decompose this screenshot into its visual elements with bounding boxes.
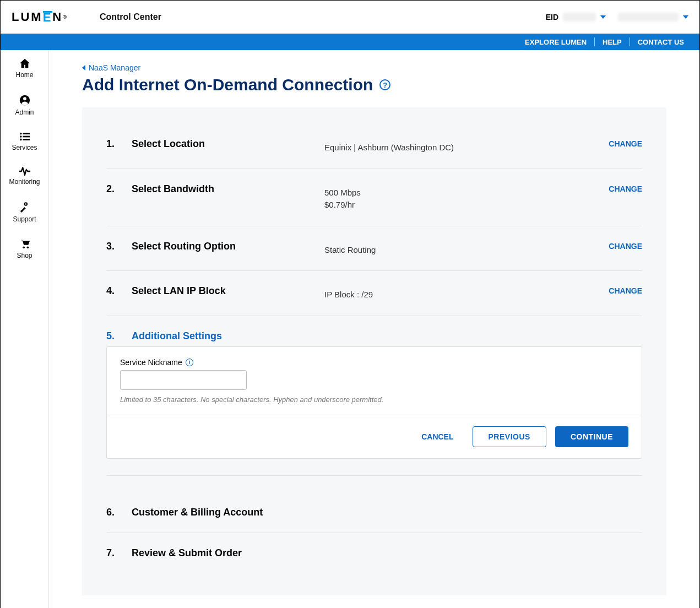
step-value: Equinix | Ashburn (Washington DC) [324,138,609,154]
support-icon [19,201,31,213]
sidebar-item-monitoring[interactable]: Monitoring [1,167,48,186]
utility-nav: EXPLORE LUMEN HELP CONTACT US [1,34,699,50]
step-5-row: 5. Additional Settings [106,316,642,349]
svg-rect-5 [23,136,30,138]
action-bar: CANCEL PREVIOUS CONTINUE [107,415,642,458]
svg-point-11 [26,247,29,249]
chevron-down-icon[interactable] [600,15,606,19]
sidebar-item-label: Monitoring [9,178,40,186]
step-value: IP Block : /29 [324,285,609,301]
service-nickname-input[interactable] [120,370,247,390]
sidebar-item-label: Home [15,71,33,79]
sidebar-item-label: Services [12,144,37,151]
chevron-left-icon [82,65,85,70]
change-button[interactable]: CHANGE [609,241,642,251]
svg-point-2 [20,133,22,135]
list-icon [19,132,31,142]
step-number: 4. [106,285,132,297]
cart-icon [19,238,31,249]
sidebar: Home Admin Services Monitoring Support S… [1,50,49,608]
svg-rect-7 [23,139,30,140]
sidebar-item-services[interactable]: Services [1,132,48,151]
previous-button[interactable]: PREVIOUS [473,426,546,447]
sidebar-item-support[interactable]: Support [1,201,48,223]
helper-text: Limited to 35 characters. No special cha… [120,395,628,404]
step-number: 5. [106,330,132,342]
step-title: Customer & Billing Account [132,507,263,518]
logo: LUMEN® [12,10,67,24]
page-title-text: Add Internet On-Demand Connection [82,75,373,94]
step-3-row: 3. Select Routing Option Static Routing … [106,226,642,272]
registered-icon: ® [63,14,67,20]
contact-us-link[interactable]: CONTACT US [630,38,692,46]
sidebar-item-admin[interactable]: Admin [1,94,48,116]
service-nickname-label: Service Nickname i [120,358,628,367]
change-button[interactable]: CHANGE [609,138,642,148]
separator [106,475,642,476]
user-icon [19,94,31,106]
explore-lumen-link[interactable]: EXPLORE LUMEN [517,38,594,46]
cancel-button[interactable]: CANCEL [411,427,463,447]
change-button[interactable]: CHANGE [609,285,642,295]
help-icon[interactable]: ? [379,79,390,90]
activity-icon [19,167,31,176]
step-number: 2. [106,183,132,195]
logo-text2: N [52,10,63,24]
breadcrumb[interactable]: NaaS Manager [82,63,666,72]
step-4-row: 4. Select LAN IP Block IP Block : /29 CH… [106,271,642,316]
svg-point-6 [20,139,22,141]
step-2-row: 2. Select Bandwidth 500 Mbps $0.79/hr CH… [106,169,642,226]
bandwidth-price: $0.79/hr [324,199,609,211]
continue-button[interactable]: CONTINUE [555,426,628,447]
svg-point-4 [20,135,22,138]
step-title: Select Bandwidth [132,183,324,195]
eid-label: EID [546,13,558,21]
step-title: Additional Settings [132,330,324,342]
account-value-redacted[interactable]: xxxxxxxxx [618,13,679,21]
step-title: Review & Submit Order [132,547,242,559]
sidebar-item-shop[interactable]: Shop [1,238,48,259]
breadcrumb-label: NaaS Manager [89,63,140,72]
page-title: Add Internet On-Demand Connection ? [82,75,666,94]
step-number: 6. [106,507,132,518]
step-number: 3. [106,241,132,252]
step-title: Select Location [132,138,324,150]
chevron-down-icon[interactable] [683,15,688,19]
home-icon [19,58,31,69]
step-title: Select LAN IP Block [132,285,324,297]
sidebar-item-label: Support [13,215,36,223]
sidebar-item-label: Shop [17,252,32,259]
svg-point-10 [23,247,25,249]
wizard-panel: 1. Select Location Equinix | Ashburn (Wa… [82,107,666,595]
help-link[interactable]: HELP [595,38,630,46]
sidebar-item-home[interactable]: Home [1,58,48,79]
logo-e: E [43,11,53,23]
step-number: 7. [106,547,132,559]
field-label-text: Service Nickname [120,358,182,367]
step-7-row: 7. Review & Submit Order [106,533,642,573]
info-icon[interactable]: i [186,359,193,366]
app-title: Control Center [100,12,161,22]
eid-value-redacted[interactable]: xxxxx [563,13,596,21]
step-number: 1. [106,138,132,150]
step-value: Static Routing [324,241,609,257]
svg-point-9 [25,203,26,204]
step-title: Select Routing Option [132,241,324,252]
additional-settings-panel: Service Nickname i Limited to 35 charact… [106,346,642,459]
step-6-row: 6. Customer & Billing Account [106,492,642,533]
svg-point-1 [23,97,26,100]
step-value: 500 Mbps $0.79/hr [324,183,609,211]
bandwidth-value: 500 Mbps [324,187,609,199]
svg-rect-3 [23,133,30,134]
sidebar-item-label: Admin [15,108,34,116]
step-1-row: 1. Select Location Equinix | Ashburn (Wa… [106,124,642,169]
logo-text: LUM [12,10,43,24]
change-button[interactable]: CHANGE [609,183,642,193]
